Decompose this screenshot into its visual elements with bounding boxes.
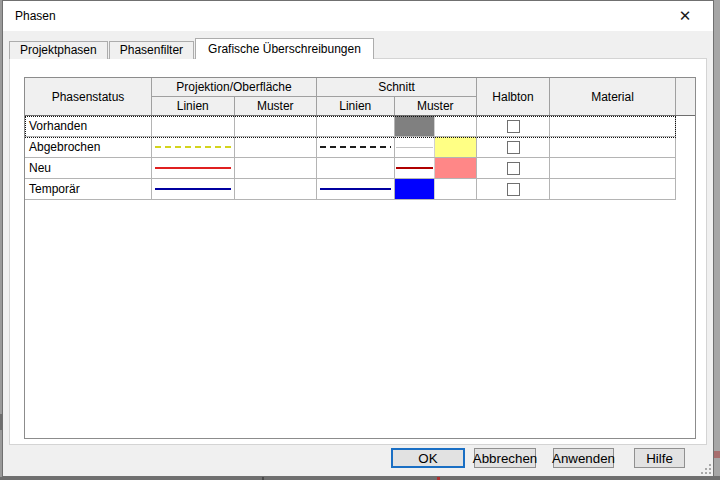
overrides-table: Phasenstatus Projektion/Oberfläche Linie… — [24, 77, 696, 439]
phase-status-label: Vorhanden — [29, 119, 87, 133]
table-row[interactable]: Vorhanden — [25, 116, 676, 137]
header-phasenstatus: Phasenstatus — [25, 78, 152, 115]
cell-halbton — [477, 137, 550, 157]
help-button[interactable]: Hilfe — [634, 448, 685, 468]
cell-projektion-muster[interactable] — [235, 179, 317, 199]
header-filler — [676, 78, 695, 115]
halbton-checkbox[interactable] — [507, 162, 520, 175]
cell-projektion-linien[interactable] — [152, 137, 235, 157]
line-sample — [155, 167, 230, 169]
cut-pattern-preview — [395, 116, 434, 136]
line-sample — [320, 188, 391, 190]
phase-status-label: Temporär — [29, 182, 80, 196]
screen: Phasen ✕ Projektphasen Phasenfilter Graf… — [0, 0, 720, 480]
cut-pattern-preview — [395, 158, 434, 178]
table-row[interactable]: Temporär — [25, 179, 676, 200]
header-halbton: Halbton — [477, 78, 550, 115]
cell-projektion-linien[interactable] — [152, 158, 235, 178]
table-row[interactable]: Abgebrochen — [25, 137, 676, 158]
resize-grip-icon[interactable] — [699, 462, 711, 474]
header-schnitt: Schnitt — [317, 78, 476, 97]
cut-pattern-preview — [395, 179, 434, 199]
phase-status-label: Abgebrochen — [29, 140, 100, 154]
close-icon[interactable]: ✕ — [667, 3, 703, 29]
header-schnitt-muster: Muster — [395, 97, 476, 115]
cut-pattern-color — [435, 158, 476, 178]
table-row[interactable]: Neu — [25, 158, 676, 179]
cancel-button[interactable]: Abbrechen — [474, 448, 536, 468]
line-sample — [155, 146, 230, 148]
pattern-line — [396, 147, 433, 148]
cell-projektion-linien[interactable] — [152, 179, 235, 199]
dialog-title: Phasen — [15, 1, 56, 31]
cell-phasenstatus[interactable]: Abgebrochen — [25, 137, 152, 157]
cell-projektion-muster[interactable] — [235, 116, 317, 136]
titlebar[interactable]: Phasen ✕ — [3, 1, 713, 31]
cut-pattern-preview — [395, 137, 434, 157]
cell-schnitt-muster[interactable] — [395, 137, 477, 157]
header-material: Material — [550, 78, 676, 115]
cell-material[interactable] — [550, 179, 676, 199]
cell-halbton — [477, 116, 550, 136]
cell-schnitt-muster[interactable] — [395, 158, 477, 178]
phases-dialog: Phasen ✕ Projektphasen Phasenfilter Graf… — [2, 0, 714, 477]
ok-button[interactable]: OK — [391, 448, 465, 468]
header-schnitt-linien: Linien — [317, 97, 395, 115]
cell-material[interactable] — [550, 158, 676, 178]
cell-projektion-linien[interactable] — [152, 116, 235, 136]
header-projektion-linien: Linien — [152, 97, 235, 115]
grid-body: VorhandenAbgebrochenNeuTemporär — [25, 116, 695, 200]
cell-schnitt-linien[interactable] — [317, 137, 395, 157]
halbton-checkbox[interactable] — [507, 120, 520, 133]
line-sample — [155, 188, 230, 190]
cell-schnitt-muster[interactable] — [395, 179, 477, 199]
tab-projektphasen[interactable]: Projektphasen — [9, 41, 108, 59]
header-projektion-oberflaeche: Projektion/Oberfläche — [152, 78, 316, 97]
tab-page-graphic-overrides: Phasenstatus Projektion/Oberfläche Linie… — [9, 58, 707, 445]
phase-status-label: Neu — [29, 161, 51, 175]
line-sample — [320, 146, 391, 148]
cell-schnitt-linien[interactable] — [317, 158, 395, 178]
cell-phasenstatus[interactable]: Temporär — [25, 179, 152, 199]
tab-grafische-ueberschreibungen[interactable]: Grafische Überschreibungen — [195, 38, 374, 59]
cell-schnitt-linien[interactable] — [317, 116, 395, 136]
background-red-mark — [714, 451, 720, 458]
cell-halbton — [477, 179, 550, 199]
background-app-edge-right — [714, 0, 720, 480]
cell-phasenstatus[interactable]: Vorhanden — [25, 116, 152, 136]
cell-schnitt-muster[interactable] — [395, 116, 477, 136]
cell-material[interactable] — [550, 137, 676, 157]
header-group-schnitt: Schnitt Linien Muster — [317, 78, 477, 115]
halbton-checkbox[interactable] — [507, 183, 520, 196]
cut-pattern-color — [435, 137, 476, 157]
cell-halbton — [477, 158, 550, 178]
tab-phasenfilter[interactable]: Phasenfilter — [109, 41, 194, 59]
cell-material[interactable] — [550, 116, 676, 136]
tab-bar: Projektphasen Phasenfilter Grafische Übe… — [9, 38, 375, 59]
cut-pattern-color — [435, 116, 476, 136]
header-projektion-muster: Muster — [235, 97, 317, 115]
header-group-projektion: Projektion/Oberfläche Linien Muster — [152, 78, 317, 115]
cell-schnitt-linien[interactable] — [317, 179, 395, 199]
cut-pattern-color — [435, 179, 476, 199]
cell-phasenstatus[interactable]: Neu — [25, 158, 152, 178]
table-header: Phasenstatus Projektion/Oberfläche Linie… — [25, 78, 695, 116]
pattern-line — [396, 167, 433, 169]
cell-projektion-muster[interactable] — [235, 158, 317, 178]
cell-projektion-muster[interactable] — [235, 137, 317, 157]
apply-button[interactable]: Anwenden — [553, 448, 614, 468]
halbton-checkbox[interactable] — [507, 141, 520, 154]
